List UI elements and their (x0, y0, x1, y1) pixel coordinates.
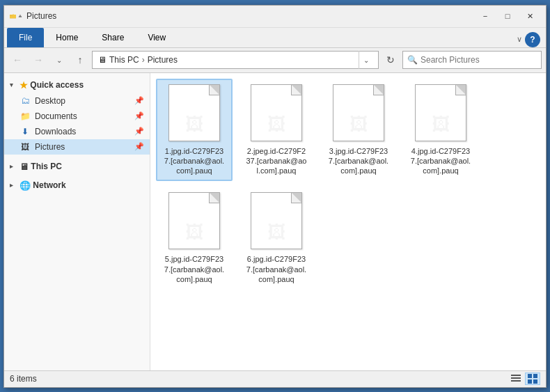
this-pc-icon-sidebar: 🖥 (19, 162, 29, 172)
documents-icon: 📁 (19, 111, 31, 122)
addressbar: ← → ⌄ ↑ 🖥 This PC › Pictures ⌄ ↻ 🔍 (4, 48, 546, 73)
statusbar: 6 items (4, 370, 546, 387)
svg-rect-10 (533, 374, 537, 378)
explorer-window: Pictures − □ ✕ File Home Share View ∨ ? (3, 5, 547, 388)
svg-rect-9 (528, 374, 532, 378)
tab-file[interactable]: File (7, 28, 44, 47)
this-pc-header[interactable]: ▸ 🖥 This PC (4, 159, 150, 175)
desktop-label: Desktop (35, 96, 65, 106)
network-header[interactable]: ▸ 🌐 Network (4, 178, 150, 194)
file-area: 🖼 1.jpg.id-C279F237.[carbanak@aol.com].p… (150, 73, 546, 370)
file-icon-2: 🖼 (249, 84, 304, 143)
tab-view[interactable]: View (136, 28, 178, 47)
file-icon-5: 🖼 (166, 192, 222, 251)
quick-access-icon: ★ (19, 80, 28, 91)
back-button[interactable]: ← (8, 51, 26, 69)
file-item[interactable]: 🖼 1.jpg.id-C279F237.[carbanak@aol.com].p… (156, 79, 233, 182)
search-input[interactable] (421, 55, 537, 65)
icon-view-button[interactable] (525, 373, 540, 385)
file-name-6: 6.jpg.id-C279F237.[carbanak@aol.com].pau… (246, 254, 306, 284)
pictures-sidebar-label: Pictures (35, 142, 65, 152)
address-path[interactable]: 🖥 This PC › Pictures ⌄ (92, 51, 379, 69)
ribbon: File Home Share View ∨ ? (4, 28, 546, 48)
this-pc-sidebar-label: This PC (31, 162, 62, 171)
pin-icon-desktop: 📌 (134, 96, 144, 105)
forward-button[interactable]: → (29, 51, 47, 69)
file-item[interactable]: 🖼 6.jpg.id-C279F237.[carbanak@aol.com].p… (238, 187, 315, 290)
ribbon-expand: ∨ ? (517, 32, 546, 47)
file-icon-4: 🖼 (413, 84, 469, 143)
refresh-button[interactable]: ↻ (382, 51, 400, 69)
this-pc-chevron: ▸ (10, 163, 19, 170)
sidebar-item-documents[interactable]: 📁 Documents 📌 (4, 109, 150, 124)
file-name-3: 3.jpg.id-C279F237.[carbanak@aol.com].pau… (329, 146, 388, 176)
list-view-button[interactable] (508, 373, 524, 385)
svg-rect-12 (533, 379, 537, 384)
pin-icon-pictures: 📌 (134, 142, 144, 151)
quick-access-chevron: ▾ (10, 81, 19, 88)
svg-rect-5 (19, 16, 22, 17)
file-name-5: 5.jpg.id-C279F237.[carbanak@aol.com].pau… (164, 254, 224, 284)
svg-rect-11 (528, 379, 532, 384)
file-item[interactable]: 🖼 4.jpg.id-C279F237.[carbanak@aol.com].p… (402, 79, 479, 182)
pictures-label: Pictures (148, 55, 178, 65)
maximize-button[interactable]: □ (497, 9, 518, 23)
file-name-1: 1.jpg.id-C279F237.[carbanak@aol.com].pau… (164, 146, 224, 176)
file-item[interactable]: 🖼 5.jpg.id-C279F237.[carbanak@aol.com].p… (156, 187, 233, 290)
path-dropdown-btn[interactable]: ⌄ (359, 51, 372, 69)
network-icon: 🌐 (19, 180, 31, 191)
path-separator-1: › (142, 55, 145, 65)
titlebar: Pictures − □ ✕ (4, 6, 546, 28)
file-icon-3: 🖼 (331, 84, 386, 143)
minimize-button[interactable]: − (475, 9, 496, 23)
file-item[interactable]: 🖼 2.jpeg.id-C279F237.[carbanak@aol.com].… (238, 79, 315, 182)
downloads-label: Downloads (35, 127, 76, 136)
expand-icon[interactable]: ∨ (517, 35, 522, 44)
search-icon: 🔍 (407, 55, 418, 65)
file-grid: 🖼 1.jpg.id-C279F237.[carbanak@aol.com].p… (156, 79, 540, 290)
svg-rect-2 (10, 15, 13, 16)
file-icon-6: 🖼 (249, 192, 304, 251)
svg-rect-6 (511, 375, 521, 376)
network-chevron: ▸ (10, 182, 19, 189)
downloads-icon: ⬇ (19, 126, 31, 137)
help-button[interactable]: ? (525, 32, 540, 47)
window-controls: − □ ✕ (475, 9, 540, 23)
desktop-icon: 🗂 (19, 95, 31, 107)
search-box: 🔍 (402, 51, 542, 69)
file-icon-1: 🖼 (166, 84, 222, 143)
this-pc-label: This PC (109, 55, 139, 65)
file-item[interactable]: 🖼 3.jpg.id-C279F237.[carbanak@aol.com].p… (320, 79, 397, 182)
titlebar-icon (10, 11, 22, 21)
svg-rect-7 (511, 377, 521, 379)
tab-share[interactable]: Share (90, 28, 136, 47)
network-label: Network (33, 180, 65, 190)
quick-access-label: Quick access (30, 80, 84, 90)
pictures-icon: 🖼 (19, 141, 31, 152)
item-count: 6 items (10, 374, 37, 384)
sidebar: ▾ ★ Quick access 🗂 Desktop 📌 📁 Documents… (4, 73, 150, 370)
file-name-2: 2.jpeg.id-C279F237.[carbanak@aol.com].pa… (246, 146, 306, 176)
close-button[interactable]: ✕ (519, 9, 540, 23)
view-controls (508, 373, 540, 385)
svg-rect-3 (13, 15, 14, 16)
svg-rect-8 (511, 380, 521, 382)
documents-label: Documents (35, 111, 77, 121)
sidebar-item-pictures[interactable]: 🖼 Pictures 📌 (4, 139, 150, 155)
sidebar-item-desktop[interactable]: 🗂 Desktop 📌 (4, 93, 150, 109)
up-button[interactable]: ↑ (71, 51, 89, 69)
sidebar-item-downloads[interactable]: ⬇ Downloads 📌 (4, 124, 150, 139)
svg-marker-4 (19, 15, 22, 18)
quick-access-header[interactable]: ▾ ★ Quick access (4, 77, 150, 93)
dropdown-button[interactable]: ⌄ (50, 51, 68, 69)
this-pc-icon: 🖥 (98, 55, 107, 65)
main-area: ▾ ★ Quick access 🗂 Desktop 📌 📁 Documents… (4, 73, 546, 370)
window-title: Pictures (26, 11, 475, 21)
ribbon-tabs: File Home Share View ∨ ? (4, 28, 546, 47)
tab-home[interactable]: Home (44, 28, 90, 47)
pin-icon-documents: 📌 (134, 111, 144, 120)
pin-icon-downloads: 📌 (134, 127, 144, 136)
file-name-4: 4.jpg.id-C279F237.[carbanak@aol.com].pau… (411, 146, 471, 176)
